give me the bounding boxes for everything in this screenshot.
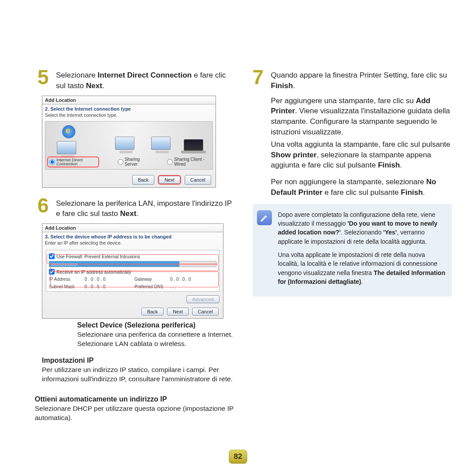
shot2-title: Add Location	[42, 224, 223, 232]
page-number: 82	[229, 450, 247, 464]
pencil-icon	[257, 210, 272, 225]
pc-icon	[115, 137, 137, 155]
step-6-number: 6	[37, 197, 53, 219]
shot1-subtitle: 2. Select the Internet connection type	[42, 104, 216, 112]
para-no-default: Per non aggiungere la stampante, selezio…	[271, 177, 452, 198]
shot1-diagram: Internet Direct Connection Sharing Serve…	[45, 121, 213, 170]
cancel-button[interactable]: Cancel	[192, 308, 219, 316]
callout-auto-ip: Ottieni automaticamente un indirizzo IP …	[35, 395, 237, 423]
radio-sharing-client[interactable]: Sharing Client - Wired	[167, 156, 210, 167]
note-body: Dopo avere completato la configurazione …	[278, 210, 446, 290]
radio-internet-direct[interactable]: Internet Direct Connection	[49, 158, 97, 166]
shot2-instruction: Enter an IP after selecting the device.	[42, 240, 223, 248]
checkbox-firewall[interactable]: Use Firewall: Prevent External Intrusion…	[49, 253, 216, 259]
ie-icon	[62, 125, 75, 138]
checkbox-auto-ip[interactable]: Receive an IP address automatically	[49, 269, 216, 275]
step-6-text: Selezionare la periferica LAN, impostare…	[56, 197, 237, 219]
label-gateway: Gateway	[134, 277, 165, 282]
advanced-button[interactable]: Advanced	[186, 295, 219, 303]
screenshot-ip-settings: Add Location 3. Select the device whose …	[42, 223, 223, 319]
value-ip[interactable]: 0 . 0 . 0 . 0	[83, 276, 131, 282]
value-gateway[interactable]: 0 . 0 . 0 . 0	[169, 276, 216, 282]
step-7-number: 7	[253, 68, 268, 91]
next-button[interactable]: Next	[159, 176, 180, 184]
note-box: Dopo avere completato la configurazione …	[253, 204, 452, 297]
shot1-instruction: Select the Internet connection type.	[42, 112, 216, 120]
screenshot-add-location-connection: Add Location 2. Select the Internet conn…	[42, 96, 216, 188]
para-add-printer: Per aggiungere una stampante, fare clic …	[271, 96, 452, 138]
shot1-title: Add Location	[42, 96, 216, 104]
label-subnet: Subnet Mask	[49, 284, 80, 289]
step-5-text: Selezionare Internet Direct Connection e…	[56, 68, 237, 91]
cancel-button[interactable]: Cancel	[185, 175, 211, 185]
callout-ip-settings: Impostazioni IP Per utilizzare un indiri…	[42, 357, 237, 384]
step-7-text: Quando appare la finestra Printer Settin…	[271, 68, 452, 91]
highlight-next: Next	[158, 175, 181, 185]
para-show-printer: Una volta aggiunta la stampante, fare cl…	[271, 139, 452, 171]
label-ip: IP Address	[49, 277, 80, 282]
label-dns: Preferred DNS	[134, 284, 165, 289]
value-dns[interactable]: . . .	[169, 284, 216, 290]
step-7: 7 Quando appare la finestra Printer Sett…	[253, 68, 452, 91]
highlight-internet-direct: Internet Direct Connection	[47, 156, 99, 167]
laptop-icon	[181, 139, 206, 155]
device-bar: XXXXXXXXXX	[49, 261, 216, 267]
back-button[interactable]: Back	[132, 175, 154, 185]
step-6: 6 Selezionare la periferica LAN, imposta…	[37, 197, 237, 219]
back-button[interactable]: Back	[141, 308, 164, 316]
radio-sharing-server[interactable]: Sharing Server	[118, 156, 149, 167]
step-5-number: 5	[37, 68, 53, 91]
next-button[interactable]: Next	[167, 308, 189, 316]
callout-select-device: Select Device (Seleziona periferica) Sel…	[77, 321, 237, 349]
value-subnet[interactable]: 0 . 0 . 0 . 0	[83, 284, 131, 290]
shot2-subtitle: 3. Select the device whose IP address is…	[42, 232, 223, 240]
shot2-ipbox: Use Firewall: Prevent External Intrusion…	[46, 250, 219, 292]
step-5: 5 Selezionare Internet Direct Connection…	[37, 68, 237, 91]
pc-icon	[151, 137, 173, 155]
